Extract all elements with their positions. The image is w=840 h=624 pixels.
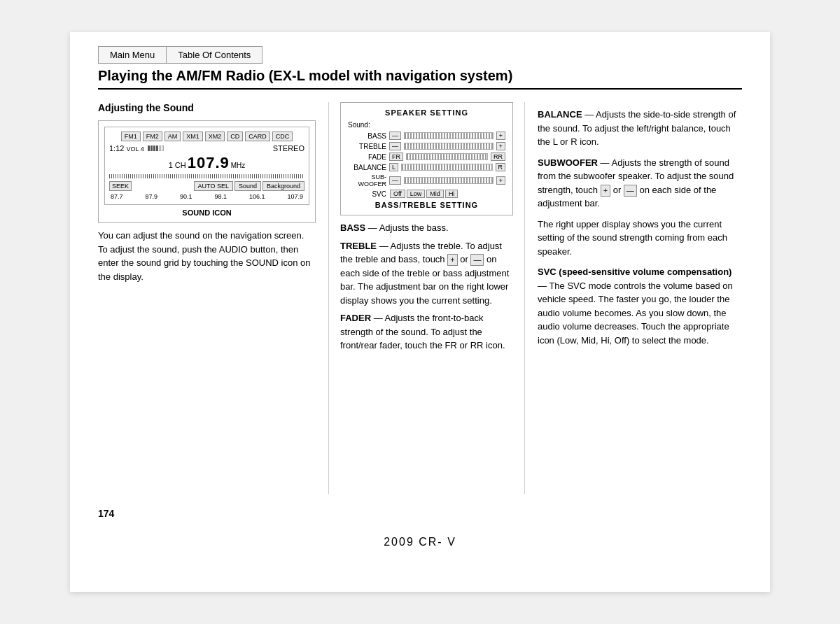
fm2-btn: FM2 [143, 132, 162, 141]
am-btn: AM [164, 132, 181, 141]
time-display: 1:12 VOL 4 [109, 144, 165, 153]
right-body-text: BALANCE — Adjusts the side-to-side stren… [538, 108, 742, 347]
svc-options: Off Low Mid Hi [390, 190, 458, 198]
svc-low: Low [407, 190, 426, 198]
content-area: Adjusting the Sound FM1 FM2 AM XM1 XM2 C… [98, 102, 742, 494]
vol-label: VOL 4 [126, 146, 144, 153]
card-btn: CARD [245, 132, 270, 141]
speaker-diagram: SPEAKER SETTING Sound: BASS — + TREBLE —… [340, 102, 513, 215]
treble-label: TREBLE [348, 143, 386, 150]
balance-l: L [389, 163, 398, 171]
balance-row: BALANCE L R [348, 163, 505, 171]
subwoofer-minus: — [389, 176, 401, 185]
treble-or: or [460, 254, 470, 264]
main-menu-button[interactable]: Main Menu [98, 46, 166, 64]
fm1-btn: FM1 [121, 132, 141, 141]
left-body-text: You can adjust the sound on the navigati… [98, 229, 316, 283]
subwoofer-label: SUB-WOOFER [348, 173, 386, 187]
xm1-btn: XM1 [183, 132, 203, 141]
table-of-contents-button[interactable]: Table Of Contents [166, 46, 262, 64]
speaker-setting-title: SPEAKER SETTING [348, 108, 505, 117]
freq-display: 107.9 [188, 154, 230, 172]
left-section-heading: Adjusting the Sound [98, 102, 316, 113]
sound-label: Sound: [348, 121, 505, 129]
mid-column: SPEAKER SETTING Sound: BASS — + TREBLE —… [329, 102, 525, 494]
freq-1: 87.9 [145, 193, 158, 200]
freq-list: 87.7 87.9 90.1 98.1 106.1 107.9 [109, 193, 304, 200]
svc-desc: The SVC mode controls the volume based o… [538, 281, 733, 346]
page-number: 174 [98, 508, 742, 519]
treble-plus: + [496, 142, 505, 150]
fade-rr: RR [491, 153, 505, 161]
subwoofer-plus: + [496, 176, 505, 185]
svc-label: SVC [348, 190, 386, 198]
treble-minus: — [389, 142, 401, 150]
freq-5: 107.9 [287, 193, 303, 200]
bass-treble-title: BASS/TREBLE SETTING [348, 201, 505, 209]
bass-label: BASS [348, 132, 386, 140]
background-btn: Background [262, 181, 304, 191]
treble-term: TREBLE [340, 241, 377, 251]
fade-label: FADE [348, 153, 386, 161]
svc-hi: Hi [445, 190, 458, 198]
fade-row: FADE FR RR [348, 153, 505, 161]
fade-fr: FR [389, 153, 403, 161]
svc-row: SVC Off Low Mid Hi [348, 190, 505, 198]
treble-row: TREBLE — + [348, 142, 505, 150]
subwoofer-dash: — [601, 157, 612, 168]
page-footer: 2009 CR- V [98, 530, 742, 548]
freq-0: 87.7 [111, 193, 123, 200]
cdc-btn: CDC [272, 132, 293, 141]
freq-unit: MHz [231, 162, 246, 169]
page-title: Playing the AM/FM Radio (EX-L model with… [98, 68, 742, 90]
sound-diagram: FM1 FM2 AM XM1 XM2 CD CARD CDC 1:12 VOL … [98, 120, 316, 223]
bass-term: BASS [340, 222, 365, 233]
balance-label: BALANCE [348, 164, 386, 171]
subwoofer-term: SUBWOOFER [538, 157, 598, 168]
balance-bar [401, 164, 492, 171]
sound-btn: Sound [234, 181, 261, 191]
treble-bar [404, 143, 493, 150]
seek-label: SEEK [109, 181, 132, 191]
mid-body-text: BASS — Adjusts the bass. TREBLE — Adjust… [340, 221, 513, 353]
bass-plus: + [496, 132, 505, 140]
minus-button: — [470, 254, 484, 266]
plus-button: + [447, 254, 457, 266]
xm2-btn: XM2 [205, 132, 225, 141]
bass-minus: — [389, 132, 401, 140]
svc-dash: — [538, 281, 549, 291]
balance-dash: — [584, 109, 596, 120]
left-column: Adjusting the Sound FM1 FM2 AM XM1 XM2 C… [98, 102, 329, 494]
diagram-top-buttons: FM1 FM2 AM XM1 XM2 CD CARD CDC [109, 132, 304, 141]
bass-bar [404, 132, 493, 139]
balance-term: BALANCE [538, 109, 582, 120]
fade-bar [406, 153, 488, 160]
balance-r: R [496, 163, 506, 171]
bass-desc: — Adjusts the bass. [368, 222, 449, 233]
diagram-bottom-controls: SEEK AUTO SEL Sound Background [109, 181, 304, 191]
bass-row: BASS — + [348, 132, 505, 140]
stereo-label: STEREO [273, 144, 304, 153]
subwoofer-row: SUB-WOOFER — + [348, 173, 505, 187]
nav-bar: Main Menu Table Of Contents [98, 46, 742, 64]
channel-display: 1 CH [169, 161, 186, 169]
display-desc: The right upper display shows you the cu… [538, 219, 727, 257]
auto-sel-btn: AUTO SEL [194, 181, 233, 191]
cd-btn: CD [227, 132, 243, 141]
freq-2: 90.1 [180, 193, 192, 200]
subwoofer-bar [404, 177, 493, 184]
fader-term: FADER [340, 313, 371, 323]
subwoofer-minus-btn: — [624, 185, 637, 197]
tick-bar [109, 174, 304, 178]
diagram-label: SOUND ICON [104, 208, 309, 217]
freq-4: 106.1 [249, 193, 265, 200]
svc-mid: Mid [426, 190, 444, 198]
freq-3: 98.1 [214, 193, 227, 200]
subwoofer-or: or [613, 185, 624, 195]
svc-term: SVC (speed-sensitive volume compensation… [538, 267, 732, 277]
svc-off: Off [390, 190, 405, 198]
right-column: BALANCE — Adjusts the side-to-side stren… [525, 102, 742, 494]
subwoofer-plus-btn: + [601, 185, 610, 197]
